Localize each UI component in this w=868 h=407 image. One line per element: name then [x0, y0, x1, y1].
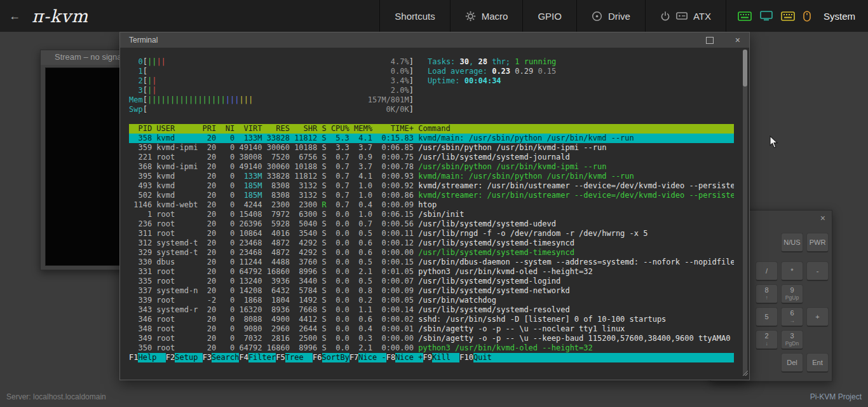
fbar-fill [501, 353, 734, 362]
process-row-pid-358[interactable]: 358 kvmd 20 0 133M 33828 11812 S 5.3 4.1… [129, 134, 734, 143]
maximize-button[interactable] [706, 37, 714, 44]
process-row-pid-312[interactable]: 312 systemd-t 20 0 23468 4872 4292 S 0.0… [129, 238, 734, 248]
system-label: System [824, 11, 855, 22]
nav-item-atx[interactable]: ATX [645, 0, 726, 32]
meter-3: 3[|| 2.0%] [129, 86, 734, 95]
fkey-f2[interactable]: F2 [166, 353, 175, 362]
terminal-content[interactable]: 0[|||| 4.7%] 1[ 0.0%] 2[|| 3.4%] 3[|| [120, 48, 749, 380]
fkey-label-f4[interactable]: Filter [248, 353, 276, 362]
fkey-f5[interactable]: F5 [276, 353, 285, 362]
fkey-f6[interactable]: F6 [313, 353, 322, 362]
summary-line: Load average: 0.23 0.29 0.15 [428, 67, 556, 76]
numpad-key-nus[interactable]: N/US [781, 233, 803, 252]
process-row-pid-395[interactable]: 395 kvmd 20 0 133M 33828 11812 S 0.7 4.1… [129, 172, 734, 181]
nav-item-drive[interactable]: Drive [576, 0, 645, 32]
process-row-pid-1146[interactable]: 1146 kvmd-webt 20 0 4244 2300 2300 R 0.7… [129, 200, 734, 210]
fkey-label-f7[interactable]: Nice - [358, 353, 386, 362]
process-table: 358 kvmd 20 0 133M 33828 11812 S 5.3 4.1… [129, 134, 734, 353]
process-row-pid-502[interactable]: 502 kvmd 20 0 185M 8308 3132 S 0.7 1.0 0… [129, 191, 734, 200]
summary-line: Tasks: 30, 28 thr; 1 running [428, 57, 556, 67]
disc-icon [592, 11, 602, 22]
numpad-key-8[interactable]: 8↑ [756, 284, 778, 304]
process-row-pid-359[interactable]: 359 kvmd-ipmi 20 0 49140 30060 10188 S 3… [129, 143, 734, 153]
numpad-key-2[interactable]: 2↓ [756, 330, 778, 350]
process-row-pid-349[interactable]: 349 root 20 0 7032 2816 2500 S 0.0 0.3 0… [129, 334, 734, 343]
meter-swp: Swp[ 0K/0K] [129, 105, 734, 114]
gpio-label: GPIO [538, 11, 562, 22]
numpad-key-9[interactable]: 9PgUp [781, 284, 803, 304]
fkey-label-f6[interactable]: SortBy [322, 353, 349, 362]
nav-item-macro[interactable]: Macro [450, 0, 523, 32]
htop-summary: Tasks: 30, 28 thr; 1 runningLoad average… [428, 57, 556, 86]
process-row-pid-348[interactable]: 348 root 20 0 9080 2960 2644 S 0.0 0.4 0… [129, 324, 734, 334]
process-table-header[interactable]: PID USER PRI NI VIRT RES SHR S CPU% MEM%… [129, 124, 734, 134]
numpad-key-5[interactable]: 5 [756, 307, 778, 327]
numpad-key-[interactable]: * [781, 261, 803, 281]
process-row-pid-335[interactable]: 335 root 20 0 13240 3936 3440 S 0.0 0.5 … [129, 277, 734, 286]
keypad-status-icon [781, 11, 795, 21]
process-row-pid-339[interactable]: 339 root -2 0 1868 1804 1492 S 0.0 0.2 0… [129, 296, 734, 305]
process-row-pid-311[interactable]: 311 root 20 0 10864 4016 3540 S 0.0 0.5 … [129, 229, 734, 238]
numpad-key-del[interactable]: Del [781, 353, 803, 373]
numpad-key-ent[interactable]: Ent [806, 353, 829, 373]
process-row-pid-330[interactable]: 330 dbus 20 0 11244 4488 3760 S 0.0 0.5 … [129, 258, 734, 267]
fkey-label-f9[interactable]: Kill [432, 353, 459, 362]
server-hostname: Server: localhost.localdomain [6, 392, 106, 401]
gear-icon [465, 11, 476, 22]
nav-item-gpio[interactable]: GPIO [522, 0, 576, 32]
fkey-f9[interactable]: F9 [423, 353, 432, 362]
process-row-pid-343[interactable]: 343 systemd-r 20 0 16320 8936 7668 S 0.0… [129, 305, 734, 315]
pikvm-project-link[interactable]: Pi-KVM Project [810, 392, 862, 401]
process-row-pid-346[interactable]: 346 root 20 0 8088 4900 4412 S 0.0 0.6 0… [129, 315, 734, 324]
psu-icon [676, 11, 688, 20]
scrollbar-thumb[interactable] [743, 50, 747, 86]
pikvm-logo: π-kvm [29, 0, 105, 32]
process-row-pid-331[interactable]: 331 root 20 0 64792 16860 8996 S 0.0 2.1… [129, 267, 734, 277]
resize-grip[interactable] [741, 369, 749, 379]
process-row-pid-493[interactable]: 493 kvmd 20 0 185M 8308 3132 S 0.7 1.0 0… [129, 181, 734, 191]
fkey-f1[interactable]: F1 [129, 353, 138, 362]
meter-mem: Mem[||||||||||||||||||||||| 157M/801M] [129, 95, 734, 105]
htop-function-bar[interactable]: F1Help F2Setup F3SearchF4FilterF5Tree F6… [129, 353, 734, 362]
numpad-close-button[interactable]: × [820, 213, 825, 223]
fkey-f8[interactable]: F8 [386, 353, 395, 362]
fkey-label-f10[interactable]: Quit [473, 353, 501, 362]
display-status-icon [760, 11, 773, 21]
stream-window-title: Stream – no signal [55, 52, 123, 62]
numpad-key-3[interactable]: 3PgDn [781, 330, 803, 350]
mouse-status-icon [803, 11, 811, 22]
numpad-key-pwr[interactable]: PWR [806, 233, 829, 252]
fkey-label-f5[interactable]: Tree [285, 353, 313, 362]
close-button[interactable]: × [735, 35, 740, 45]
process-row-pid-236[interactable]: 236 root 20 0 26396 5928 5040 S 0.0 0.7 … [129, 219, 734, 229]
numpad-key-[interactable]: / [756, 261, 778, 281]
terminal-scrollbar[interactable] [743, 50, 747, 376]
process-row-pid-368[interactable]: 368 kvmd-ipmi 20 0 49140 30060 10188 S 0… [129, 162, 734, 172]
fkey-label-f2[interactable]: Setup [175, 353, 202, 362]
fkey-f7[interactable]: F7 [349, 353, 358, 362]
fkey-f10[interactable]: F10 [459, 353, 473, 362]
process-row-pid-329[interactable]: 329 systemd-t 20 0 23468 4872 4292 S 0.0… [129, 248, 734, 258]
terminal-titlebar[interactable]: Terminal × [120, 32, 749, 48]
fkey-f3[interactable]: F3 [203, 353, 212, 362]
macro-label: Macro [482, 11, 508, 22]
atx-label: ATX [693, 11, 711, 22]
numpad-key-[interactable]: - [806, 261, 829, 281]
status-icons [726, 0, 820, 32]
htop-meters: 0[|||| 4.7%] 1[ 0.0%] 2[|| 3.4%] 3[|| [129, 57, 734, 114]
fkey-f4[interactable]: F4 [239, 353, 248, 362]
mouse-cursor [770, 135, 778, 151]
process-row-pid-337[interactable]: 337 systemd-n 20 0 14208 6432 5784 S 0.0… [129, 286, 734, 296]
fkey-label-f8[interactable]: Nice + [395, 353, 423, 362]
fkey-label-f3[interactable]: Search [212, 353, 239, 362]
process-row-pid-350[interactable]: 350 root 20 0 64792 16860 8996 S 0.0 2.1… [129, 343, 734, 353]
numpad-key-[interactable]: + [806, 307, 829, 327]
drive-label: Drive [608, 11, 630, 22]
nav-item-shortcuts[interactable]: Shortcuts [379, 0, 449, 32]
fkey-label-f1[interactable]: Help [138, 353, 165, 362]
process-row-pid-221[interactable]: 221 root 20 0 38008 7520 6756 S 0.7 0.9 … [129, 153, 734, 162]
process-row-pid-1[interactable]: 1 root 20 0 15408 7972 6300 S 0.0 1.0 0:… [129, 210, 734, 219]
back-button[interactable]: ← [0, 0, 29, 32]
nav-item-system[interactable]: System [820, 0, 868, 32]
numpad-key-6[interactable]: 6→ [781, 307, 803, 327]
